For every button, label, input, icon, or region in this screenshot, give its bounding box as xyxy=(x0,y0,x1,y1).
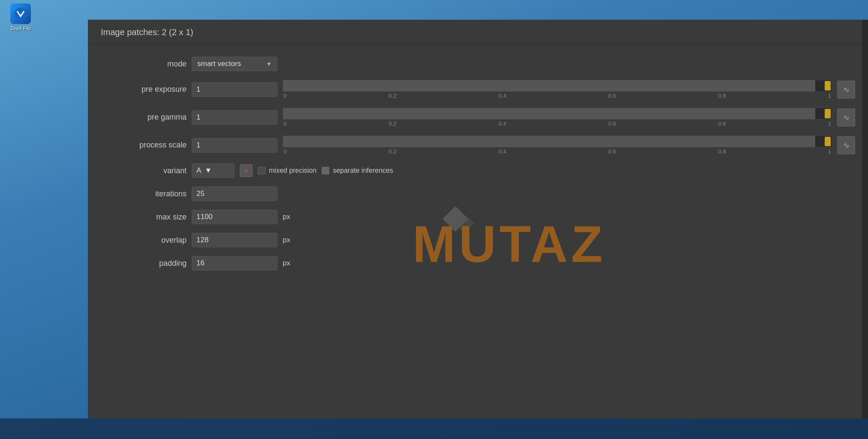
process-scale-curve-button[interactable]: ∿ xyxy=(837,136,855,154)
process-scale-slider-container: 0 0.2 0.4 0.6 0.8 1 xyxy=(283,135,832,155)
variant-dropdown[interactable]: A ▼ xyxy=(192,163,235,178)
pre-gamma-slider-thumb[interactable] xyxy=(825,109,831,118)
pre-exposure-slider[interactable] xyxy=(283,80,832,92)
variant-label: variant xyxy=(101,166,187,175)
pre-gamma-label: pre gamma xyxy=(101,113,187,122)
max-size-unit: px xyxy=(283,213,290,221)
separate-inferences-label: separate inferences xyxy=(333,167,393,174)
separate-inferences-checkbox-label[interactable]: separate inferences xyxy=(322,167,393,174)
mode-row: mode smart vectors ▼ xyxy=(88,52,868,75)
process-scale-slider-thumb[interactable] xyxy=(825,137,831,146)
iterations-row: iterations xyxy=(88,182,868,205)
pre-gamma-slider-labels: 0 0.2 0.4 0.6 0.8 1 xyxy=(283,120,832,127)
pre-exposure-label: pre exposure xyxy=(101,85,187,94)
x-icon: ✕ xyxy=(244,167,249,174)
mixed-precision-label: mixed precision xyxy=(269,167,316,174)
iterations-input[interactable] xyxy=(192,186,277,201)
pre-gamma-input[interactable] xyxy=(192,110,277,125)
pre-exposure-curve-button[interactable]: ∿ xyxy=(837,81,855,99)
process-scale-input[interactable] xyxy=(192,138,277,153)
process-scale-slider-fill xyxy=(283,136,815,147)
padding-row: padding px xyxy=(88,252,868,275)
pre-exposure-row: pre exposure 0 0.2 0.4 0.6 0.8 1 ∿ xyxy=(88,75,868,103)
taskbar[interactable] xyxy=(0,418,868,439)
pre-exposure-slider-container: 0 0.2 0.4 0.6 0.8 1 xyxy=(283,80,832,99)
mode-dropdown[interactable]: smart vectors ▼ xyxy=(192,57,277,71)
overlap-input[interactable] xyxy=(192,233,277,247)
variant-row: variant A ▼ ✕ mixed precision separate i… xyxy=(88,159,868,182)
padding-input[interactable] xyxy=(192,256,277,271)
panel-header: Image patches: 2 (2 x 1) xyxy=(88,20,868,44)
pre-gamma-slider-container: 0 0.2 0.4 0.6 0.8 1 xyxy=(283,108,832,127)
variant-dropdown-arrow: ▼ xyxy=(205,166,212,175)
pre-exposure-slider-thumb[interactable] xyxy=(825,81,831,90)
mode-label: mode xyxy=(101,60,187,69)
pre-exposure-slider-fill xyxy=(283,80,815,91)
max-size-input[interactable] xyxy=(192,210,277,224)
iterations-label: iterations xyxy=(101,189,187,198)
pre-gamma-slider-fill xyxy=(283,108,815,119)
overlap-unit: px xyxy=(283,236,290,244)
desktop-icon[interactable]: Zeydi Filo xyxy=(3,3,38,31)
mode-dropdown-value: smart vectors xyxy=(197,60,241,68)
padding-label: padding xyxy=(101,259,187,268)
overlap-label: overlap xyxy=(101,236,187,245)
separate-inferences-checkbox[interactable] xyxy=(322,167,329,174)
mode-dropdown-arrow: ▼ xyxy=(266,60,272,67)
image-patches-label: Image patches: 2 (2 x 1) xyxy=(101,27,193,37)
process-scale-slider-labels: 0 0.2 0.4 0.6 0.8 1 xyxy=(283,148,832,155)
overlap-row: overlap px xyxy=(88,229,868,252)
pre-gamma-slider[interactable] xyxy=(283,108,832,120)
pre-exposure-slider-labels: 0 0.2 0.4 0.6 0.8 1 xyxy=(283,93,832,99)
max-size-label: max size xyxy=(101,213,187,222)
pre-gamma-curve-button[interactable]: ∿ xyxy=(837,108,855,126)
desktop-icon-label: Zeydi Filo xyxy=(10,26,31,31)
max-size-row: max size px xyxy=(88,205,868,229)
variant-x-button[interactable]: ✕ xyxy=(240,164,253,177)
variant-dropdown-value: A xyxy=(196,166,201,175)
pre-exposure-input[interactable] xyxy=(192,82,277,97)
process-scale-row: process scale 0 0.2 0.4 0.6 0.8 1 ∿ xyxy=(88,131,868,159)
mixed-precision-checkbox[interactable] xyxy=(258,167,265,174)
mixed-precision-checkbox-label[interactable]: mixed precision xyxy=(258,167,316,174)
process-scale-slider[interactable] xyxy=(283,135,832,147)
pre-gamma-row: pre gamma 0 0.2 0.4 0.6 0.8 1 ∿ xyxy=(88,103,868,131)
app-panel: Image patches: 2 (2 x 1) mode smart vect… xyxy=(88,20,868,418)
padding-unit: px xyxy=(283,259,290,268)
desktop-icon-image xyxy=(10,3,31,24)
process-scale-label: process scale xyxy=(101,141,187,150)
panel-scrollbar[interactable] xyxy=(862,20,868,418)
panel-content: mode smart vectors ▼ pre exposure 0 0.2 … xyxy=(88,44,868,418)
svg-point-0 xyxy=(15,8,27,20)
